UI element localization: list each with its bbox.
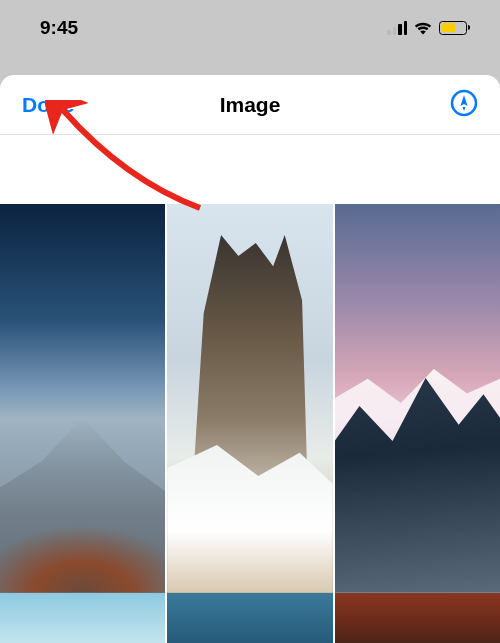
- status-bar: 9:45: [0, 0, 500, 55]
- markup-pen-icon: [450, 89, 478, 121]
- image-grid: [0, 593, 500, 643]
- wifi-icon: [413, 21, 433, 35]
- status-time: 9:45: [40, 17, 78, 39]
- image-thumbnail[interactable]: [0, 593, 165, 643]
- cellular-signal-icon: [387, 21, 407, 35]
- image-thumbnail[interactable]: [167, 204, 332, 593]
- page-title: Image: [220, 93, 281, 117]
- image-picker-sheet: Done Image: [0, 75, 500, 643]
- image-grid: [0, 204, 500, 593]
- content-spacer: [0, 135, 500, 204]
- image-thumbnail[interactable]: [167, 593, 332, 643]
- status-icons: [387, 21, 470, 35]
- done-button[interactable]: Done: [22, 93, 75, 117]
- battery-icon: [439, 21, 470, 35]
- nav-bar: Done Image: [0, 75, 500, 135]
- image-thumbnail[interactable]: [335, 593, 500, 643]
- image-thumbnail[interactable]: [335, 204, 500, 593]
- image-thumbnail[interactable]: [0, 204, 165, 593]
- markup-button[interactable]: [450, 89, 478, 121]
